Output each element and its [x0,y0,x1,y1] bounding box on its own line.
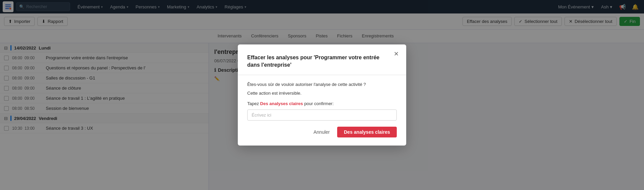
modal-cancel-button[interactable]: Annuler [310,127,333,137]
clear-analyses-modal: Effacer les analyses pour 'Programmer vo… [238,44,406,146]
modal-overlay[interactable]: Effacer les analyses pour 'Programmer vo… [0,0,644,190]
modal-instruction: Tapez Des analyses claires pour confirme… [247,101,397,106]
modal-irreversible-note: Cette action est irréversible. [247,90,397,97]
modal-close-button[interactable]: ✕ [391,49,401,59]
modal-footer: Annuler Des analyses claires [247,127,397,137]
modal-confirm-question: Êtes-vous sûr de vouloir autoriser l'ana… [247,81,397,88]
modal-divider [238,75,406,75]
modal-title: Effacer les analyses pour 'Programmer vo… [247,54,397,69]
modal-confirm-button[interactable]: Des analyses claires [337,127,397,137]
confirm-word: Des analyses claires [260,101,303,106]
modal-confirm-input[interactable] [247,109,397,121]
